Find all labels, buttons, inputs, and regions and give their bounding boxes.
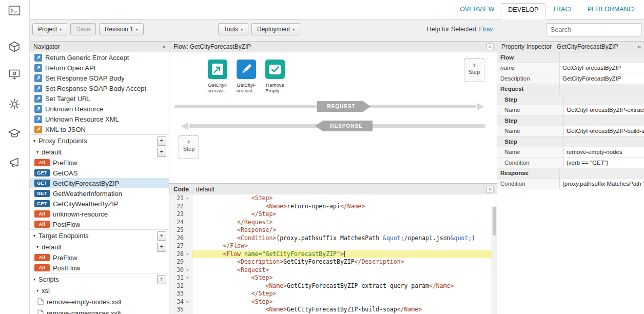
fold-toggle-icon[interactable]: ▾	[184, 266, 191, 274]
fold-toggle-icon[interactable]	[184, 258, 191, 266]
code-line[interactable]: 31▾ <Step>	[169, 274, 497, 282]
code-line[interactable]: 23 </Step>	[169, 210, 497, 219]
navigator-flow-item[interactable]: All PreFlow	[29, 158, 169, 168]
code-line[interactable]: 33 </Step>	[169, 290, 497, 298]
navigator-flow-item[interactable]: All PreFlow	[29, 252, 169, 263]
help-flow-link[interactable]: Flow	[479, 26, 493, 33]
twisty-icon[interactable]: ▾	[33, 277, 35, 282]
fold-toggle-icon[interactable]: ▾	[184, 194, 191, 203]
tab-overview[interactable]: OVERVIEW	[453, 0, 501, 19]
code-line[interactable]: 29 <Description>GetCityForecastByZIP</De…	[169, 258, 497, 266]
inspector-row[interactable]: Step	[497, 136, 644, 147]
fold-toggle-icon[interactable]	[184, 282, 191, 290]
expand-code-panel-icon[interactable]: »	[486, 186, 494, 193]
twisty-icon[interactable]: ▾	[33, 139, 35, 143]
terminal-icon[interactable]	[7, 3, 22, 18]
fold-toggle-icon[interactable]	[184, 219, 191, 227]
scrollbar-thumb[interactable]	[493, 207, 496, 235]
navigator-policy-item[interactable]: Set Response SOAP Body Accept	[29, 83, 169, 93]
navigator-flow-item[interactable]: All PostFlow	[29, 219, 169, 229]
add-step-button-response[interactable]: + Step	[179, 135, 199, 159]
code-editor-body[interactable]: 21▾ <Step> 22 <Name>return-open-api</Nam…	[169, 194, 497, 314]
inspector-row[interactable]: Name GetCityForecastByZIP-build-soap	[497, 126, 644, 137]
code-line[interactable]: 26 <Condition>(proxy.pathsuffix MatchesP…	[169, 234, 497, 243]
inspector-row[interactable]: Flow	[497, 52, 644, 63]
code-line[interactable]: 25 <Response/>	[169, 226, 497, 234]
navigator-policy-item[interactable]: XML to JSON	[29, 124, 169, 134]
script-file-item[interactable]: remove-empty-nodes.xslt	[29, 296, 169, 307]
proxy-endpoint-default[interactable]: ▾ default +	[29, 146, 169, 158]
search-input[interactable]	[546, 23, 641, 36]
navigator-policy-item[interactable]: Unknown Resource	[29, 104, 169, 114]
tab-trace[interactable]: TRACE	[545, 0, 580, 19]
twisty-icon[interactable]: ▾	[36, 245, 38, 249]
navigator-policy-item[interactable]: Return Generic Error Accept	[29, 52, 169, 63]
tab-develop[interactable]: DEVELOP	[501, 3, 545, 19]
navigator-flow-item[interactable]: All unknown-resource	[29, 209, 169, 219]
megaphone-icon[interactable]	[7, 155, 22, 170]
fold-toggle-icon[interactable]	[184, 210, 191, 219]
add-target-flow-button[interactable]: +	[157, 243, 166, 252]
scripts-section[interactable]: ▾ Scripts +	[29, 273, 169, 285]
gear-icon[interactable]	[7, 96, 22, 112]
flow-step-build-soap[interactable]: GetCityForecast...	[233, 60, 260, 93]
fold-toggle-icon[interactable]	[184, 226, 191, 234]
inspector-row[interactable]: Step	[497, 115, 644, 126]
navigator-policy-item[interactable]: Set Target URL	[29, 93, 169, 104]
add-step-button-request[interactable]: + Step	[464, 58, 484, 82]
inspector-row[interactable]: Request	[497, 84, 644, 95]
inspector-row[interactable]: Name remove-empty-nodes	[497, 147, 644, 158]
fold-toggle-icon[interactable]: ▾	[184, 274, 191, 282]
target-endpoint-default[interactable]: ▾ default +	[29, 241, 169, 252]
inspector-row[interactable]: Name GetCityForecastByZIP-extract-qu	[497, 105, 644, 116]
navigator-flow-item[interactable]: GET GetWeatherInformation	[29, 188, 169, 199]
inspector-row[interactable]: Condition (proxy.pathsuffix MatchesPath …	[497, 179, 644, 189]
navigator-flow-item[interactable]: GET GetCityWeatherByZIP	[29, 199, 169, 209]
add-proxy-endpoint-button[interactable]: +	[157, 136, 166, 146]
flow-step-extract-query-param[interactable]: GetCityForecast...	[204, 60, 231, 93]
twisty-icon[interactable]: ▾	[33, 233, 35, 238]
code-line[interactable]: 32 <Name>GetCityForecastByZIP-extract-qu…	[169, 282, 497, 290]
add-proxy-flow-button[interactable]: +	[157, 148, 166, 157]
fold-toggle-icon[interactable]: ▾	[184, 250, 191, 259]
code-line[interactable]: 24 </Request>	[169, 219, 497, 227]
target-endpoints-section[interactable]: ▾ Target Endpoints +	[29, 229, 169, 241]
fold-toggle-icon[interactable]	[184, 234, 191, 243]
add-script-button[interactable]: +	[157, 275, 166, 284]
twisty-icon[interactable]: ▾	[36, 150, 38, 154]
api-proxies-cube-icon[interactable]	[7, 39, 22, 54]
publish-monitor-icon[interactable]	[7, 67, 22, 82]
fold-toggle-icon[interactable]	[184, 242, 191, 250]
inspector-row[interactable]: Step	[497, 94, 644, 105]
collapse-flow-panel-icon[interactable]: »	[486, 43, 494, 50]
scripts-xsl-group[interactable]: ▾ xsl	[29, 285, 169, 296]
project-button[interactable]: Project▾	[32, 23, 67, 35]
navigator-policy-item[interactable]: Return Open API	[29, 63, 169, 73]
code-line[interactable]: 30▾ <Request>	[169, 266, 497, 274]
save-button[interactable]: Save	[70, 23, 95, 35]
fold-toggle-icon[interactable]	[184, 203, 191, 211]
collapse-panel-icon[interactable]: «	[162, 43, 166, 50]
navigator-policy-item[interactable]: Set Response SOAP Body	[29, 73, 169, 83]
deployment-button[interactable]: Deployment▾	[251, 23, 300, 35]
code-line[interactable]: 21▾ <Step>	[169, 194, 497, 203]
flow-step-remove-empty-nodes[interactable]: RemoveEmpty ...	[262, 60, 288, 93]
twisty-icon[interactable]: ▾	[36, 288, 38, 293]
script-file-item[interactable]: remove-namespaces.xslt	[29, 307, 169, 314]
navigator-flow-item[interactable]: All PostFlow	[29, 263, 169, 273]
code-scrollbar[interactable]	[492, 206, 497, 314]
fold-toggle-icon[interactable]: ▾	[184, 298, 191, 306]
navigator-flow-item[interactable]: GET GetCityForecastByZIP	[29, 178, 169, 188]
fold-toggle-icon[interactable]	[184, 306, 191, 314]
code-line[interactable]: 34▾ <Step>	[169, 298, 497, 306]
expand-panel-icon[interactable]: »	[637, 43, 641, 50]
navigator-flow-item[interactable]: GET GetOAS	[29, 168, 169, 178]
add-target-endpoint-button[interactable]: +	[157, 231, 166, 241]
revision-button[interactable]: Revision 1▾	[99, 23, 144, 35]
tools-button[interactable]: Tools▾	[218, 23, 248, 35]
proxy-endpoints-section[interactable]: ▾ Proxy Endpoints +	[29, 134, 169, 146]
graduation-cap-icon[interactable]	[7, 126, 22, 141]
code-line[interactable]: 27 </Flow>	[169, 242, 497, 250]
code-line[interactable]: 22 <Name>return-open-api</Name>	[169, 203, 497, 211]
inspector-row[interactable]: Description GetCityForecastByZIP	[497, 73, 644, 84]
